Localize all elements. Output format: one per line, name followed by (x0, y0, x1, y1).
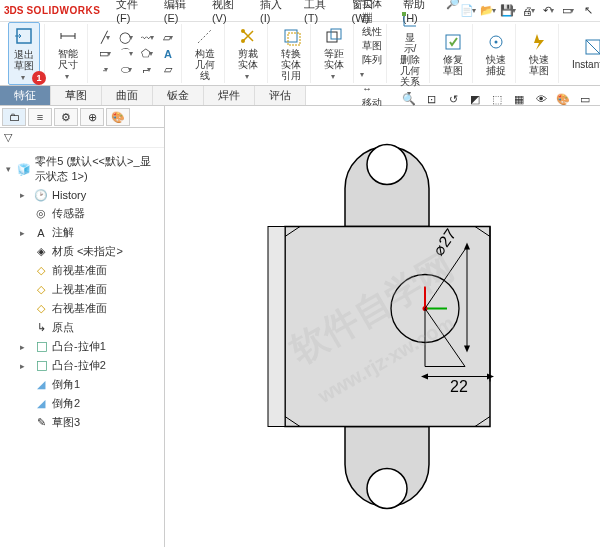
plane-icon: ◇ (34, 302, 48, 316)
plane-icon[interactable]: ▱ (159, 62, 177, 78)
construction-label: 构造几何线 (195, 48, 215, 81)
spline-icon[interactable]: 〰▾ (138, 30, 156, 46)
pattern-group: ▷◁ 镜向实体 ▦ 线性草图阵列 ▾ ↔ 移动实体 ▾ (358, 24, 387, 83)
dimension-group: 智能尺寸 ▾ (49, 24, 88, 83)
exit-sketch-label: 退出草图 (13, 49, 35, 71)
instant-icon (583, 37, 600, 57)
undo-icon[interactable]: ↶▾ (540, 3, 556, 19)
convert-button[interactable]: 转换实体引用 (276, 23, 306, 84)
property-tab[interactable]: ≡ (28, 108, 52, 126)
mirror-button[interactable]: ▷◁ 镜向实体 (362, 0, 382, 11)
cursor-icon[interactable]: ↖ (580, 3, 596, 19)
tab-surface[interactable]: 曲面 (102, 86, 153, 105)
ellipse-icon[interactable]: ⬭▾ (117, 62, 135, 78)
tree-root[interactable]: ▾ 🧊 零件5 (默认<<默认>_显示状态 1>) (2, 152, 162, 186)
tree-material[interactable]: ◈材质 <未指定> (2, 242, 162, 261)
tree-history[interactable]: ▸🕑History (2, 186, 162, 204)
tab-sheetmetal[interactable]: 钣金 (153, 86, 204, 105)
open-icon[interactable]: 📂▾ (480, 3, 496, 19)
svg-rect-4 (288, 33, 300, 45)
tree-fillet1[interactable]: ◢倒角1 (2, 375, 162, 394)
polygon-icon[interactable]: ⬠▾ (138, 46, 156, 62)
trim-icon (238, 26, 258, 46)
fillet-icon[interactable]: ⌐▾ (138, 62, 156, 78)
collapse-icon[interactable]: ▾ (6, 164, 13, 174)
select-icon[interactable]: ▭▾ (560, 3, 576, 19)
menu-file[interactable]: 文件(F) (110, 0, 156, 26)
dimxpert-tab[interactable]: ⊕ (80, 108, 104, 126)
offset-group: 等距实体 ▾ (315, 24, 354, 83)
rapid-icon (529, 32, 549, 52)
graphics-area[interactable]: 软件自学网www.rjz·xw.com ⌀27 (165, 106, 600, 547)
plane-icon: ◇ (34, 264, 48, 278)
construction-group: 构造几何线 (186, 24, 225, 83)
filter-icon[interactable]: ▽ (4, 131, 12, 144)
app-logo: 3DS SOLIDWORKS (4, 5, 100, 16)
origin-icon: ↳ (34, 321, 48, 335)
print-icon[interactable]: 🖨▾ (520, 3, 536, 19)
tree-extrude2[interactable]: ▸🞎凸台-拉伸2 (2, 356, 162, 375)
tab-weldment[interactable]: 焊件 (204, 86, 255, 105)
tab-feature[interactable]: 特征 (0, 86, 51, 105)
pattern-button[interactable]: ▦ 线性草图阵列 ▾ (362, 11, 382, 82)
notification-badge: 1 (32, 71, 46, 85)
sketch-tools-group: ╱▾ ◯▾ 〰▾ ▱▾ ▭▾ ⌒▾ ⬠▾ A ·▾ ⬭▾ ⌐▾ ▱ (92, 24, 182, 83)
fillet-icon: ◢ (34, 378, 48, 392)
save-icon[interactable]: 💾▾ (500, 3, 516, 19)
svg-rect-7 (402, 12, 406, 16)
quick-access-toolbar: 📄▾ 📂▾ 💾▾ 🖨▾ ↶▾ ▭▾ ↖ (460, 3, 596, 19)
relations-icon (400, 10, 420, 30)
tree-top-plane[interactable]: ◇上视基准面 (2, 280, 162, 299)
slot-icon[interactable]: ▱▾ (159, 30, 177, 46)
tab-sketch[interactable]: 草图 (51, 86, 102, 105)
convert-group: 转换实体引用 (272, 24, 311, 83)
offset-icon (324, 26, 344, 46)
tree-sensors[interactable]: ◎传感器 (2, 204, 162, 223)
rapid-button[interactable]: 快速草图 (524, 29, 554, 79)
display-tab[interactable]: 🎨 (106, 108, 130, 126)
point-icon[interactable]: ·▾ (96, 62, 114, 78)
svg-rect-3 (285, 30, 297, 42)
extrude-icon: 🞎 (34, 359, 48, 373)
construction-button[interactable]: 构造几何线 (190, 23, 220, 84)
dimension-icon (58, 26, 78, 46)
repair-button[interactable]: 修复草图 (438, 29, 468, 79)
instant-group: Instant2D (563, 24, 600, 83)
svg-point-10 (495, 40, 498, 43)
trim-group: 剪裁实体 ▾ (229, 24, 268, 83)
logo-3ds: 3DS (4, 5, 23, 16)
relations-button[interactable]: 显示/删除几何关系 ▾ (395, 7, 425, 101)
tree-extrude1[interactable]: ▸🞎凸台-拉伸1 (2, 337, 162, 356)
new-icon[interactable]: 📄▾ (460, 3, 476, 19)
trim-button[interactable]: 剪裁实体 ▾ (233, 23, 263, 84)
instant2d-button[interactable]: Instant2D (567, 34, 600, 73)
snap-button[interactable]: 快速捕捉 (481, 29, 511, 79)
feature-tree-tab[interactable]: 🗀 (2, 108, 26, 126)
tree-sketch3[interactable]: ✎草图3 (2, 413, 162, 432)
tree-annotations[interactable]: ▸A注解 (2, 223, 162, 242)
search-icon[interactable]: 🔎 (445, 0, 460, 11)
ribbon: 退出草图 ▾ 1 智能尺寸 ▾ ╱▾ ◯▾ 〰▾ ▱▾ ▭▾ ⌒▾ ⬠▾ A ·… (0, 22, 600, 86)
relations-group: 显示/删除几何关系 ▾ (391, 24, 430, 83)
circle-icon[interactable]: ◯▾ (117, 30, 135, 46)
tree-front-plane[interactable]: ◇前视基准面 (2, 261, 162, 280)
config-tab[interactable]: ⚙ (54, 108, 78, 126)
tree-right-plane[interactable]: ◇右视基准面 (2, 299, 162, 318)
arc-icon[interactable]: ⌒▾ (117, 46, 135, 62)
tree-origin[interactable]: ↳原点 (2, 318, 162, 337)
smart-dimension-button[interactable]: 智能尺寸 ▾ (53, 23, 83, 84)
text-icon[interactable]: A (159, 46, 177, 62)
tree-fillet2[interactable]: ◢倒角2 (2, 394, 162, 413)
line-icon[interactable]: ╱▾ (96, 30, 114, 46)
extrude-icon: 🞎 (34, 340, 48, 354)
offset-button[interactable]: 等距实体 ▾ (319, 23, 349, 84)
rect-icon[interactable]: ▭▾ (96, 46, 114, 62)
repair-icon (443, 32, 463, 52)
feature-manager: 🗀 ≡ ⚙ ⊕ 🎨 ▽ ▾ 🧊 零件5 (默认<<默认>_显示状态 1>) ▸🕑… (0, 106, 165, 547)
fillet-icon: ◢ (34, 397, 48, 411)
annotation-icon: A (34, 226, 48, 240)
sketch-icon: ✎ (34, 416, 48, 430)
tab-evaluate[interactable]: 评估 (255, 86, 306, 105)
svg-rect-15 (268, 227, 285, 427)
instant-label: Instant2D (572, 59, 600, 70)
